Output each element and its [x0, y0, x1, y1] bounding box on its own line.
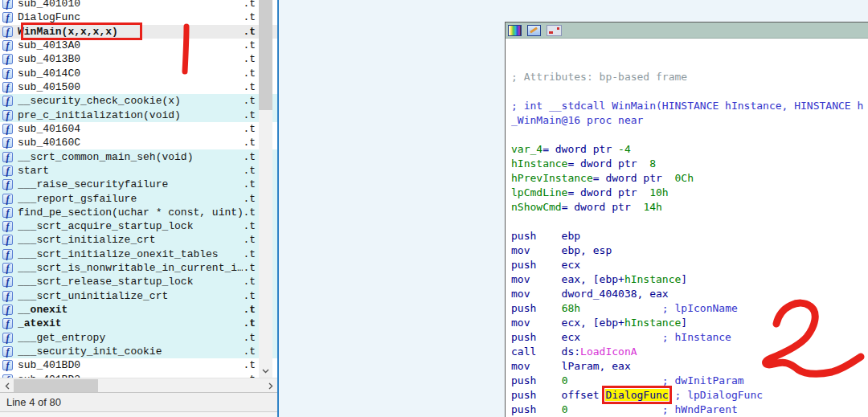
asm-token: hInstance [624, 273, 681, 285]
function-name: ___scrt_is_nonwritable_in_current_i… [18, 262, 243, 274]
edit-pencil-icon[interactable] [527, 25, 541, 36]
asm-line[interactable]: mov ecx, [ebp+hInstance] [511, 316, 868, 330]
function-segment: .t [243, 151, 256, 163]
function-name: _atexit [18, 317, 243, 329]
function-icon: f [2, 68, 13, 79]
function-list-item[interactable]: fsub_40160C.t [0, 136, 277, 149]
horizontal-scrollbar-thumb[interactable] [14, 379, 98, 392]
horizontal-scrollbar[interactable] [0, 378, 277, 392]
asm-token: nShowCmd [511, 201, 562, 213]
function-segment: .t [243, 39, 256, 51]
asm-line[interactable]: push 68h ; lpIconName [511, 301, 868, 316]
function-list-item[interactable]: fsub_401010.t [0, 0, 277, 10]
asm-token: mov lParam, eax [511, 360, 631, 372]
function-segment: .t [243, 206, 256, 219]
asm-token: _WinMain@16 proc near [511, 114, 643, 126]
function-segment: .t [243, 11, 256, 23]
function-icon: f [2, 305, 13, 315]
function-list-item[interactable]: fDialogFunc.t [0, 10, 277, 24]
function-list-item[interactable]: fsub_401604.t [0, 122, 277, 136]
function-list-item[interactable]: fstart.t [0, 164, 277, 178]
asm-line[interactable]: _WinMain@16 proc near [511, 113, 868, 128]
vertical-scrollbar-thumb[interactable] [259, 0, 272, 110]
scroll-left-arrow-icon[interactable] [0, 378, 14, 393]
function-list-item[interactable]: f___scrt_uninitialize_crt.t [0, 289, 277, 303]
asm-token: ; hInstance [662, 331, 731, 343]
function-list-item[interactable]: f___get_entropy.t [0, 331, 277, 345]
status-line-indicator: Line 4 of 80 [6, 396, 61, 408]
function-list-item[interactable]: f___scrt_initialize_crt.t [0, 233, 277, 247]
function-segment: .t [243, 290, 256, 302]
asm-token: lpCmdLine [511, 186, 567, 198]
asm-token: 10h [649, 186, 668, 198]
function-icon: f [2, 221, 13, 231]
function-list-item[interactable]: f__scrt_common_main_seh(void).t [0, 149, 277, 163]
function-name: pre_c_initialization(void) [18, 109, 243, 121]
asm-line[interactable]: hInstance= dword ptr 8 [511, 157, 868, 171]
function-list-item[interactable]: fpre_c_initialization(void).t [0, 108, 277, 122]
asm-line[interactable] [511, 215, 868, 229]
palette-icon[interactable] [508, 25, 522, 36]
asm-line[interactable]: push ecx [511, 258, 868, 272]
asm-line[interactable]: mov lParam, eax [511, 359, 868, 374]
asm-line[interactable]: push 0 ; hWndParent [511, 403, 868, 417]
asm-line[interactable] [511, 128, 868, 142]
function-list-item[interactable]: f___scrt_is_nonwritable_in_current_i….t [0, 261, 277, 275]
asm-token: = dword ptr [562, 201, 644, 213]
function-list-item[interactable]: f__onexit.t [0, 303, 277, 317]
function-list-item[interactable]: fsub_4014C0.t [0, 67, 277, 80]
function-segment: .t [243, 109, 256, 121]
asm-line[interactable]: ; int __stdcall WinMain(HINSTANCE hInsta… [511, 99, 868, 113]
asm-token [567, 374, 661, 386]
function-segment: .t [243, 220, 256, 232]
asm-token: mov eax, [ebp+ [511, 273, 624, 285]
asm-line[interactable] [511, 84, 868, 99]
asm-token: hPrevInstance [511, 172, 593, 184]
bottom-strip [0, 411, 277, 417]
asm-line[interactable]: call ds:LoadIconA [511, 345, 868, 359]
keyboard-icon[interactable] [547, 25, 562, 36]
panel-divider[interactable] [277, 0, 279, 417]
scroll-down-arrow-icon[interactable] [259, 364, 272, 378]
function-list-item[interactable]: f___security_init_cookie.t [0, 345, 277, 358]
function-list-item[interactable]: fsub_4013A0.t [0, 39, 277, 52]
function-name: find_pe_section(uchar * const, uint) [18, 206, 243, 219]
asm-line[interactable]: var_4= dword ptr -4 [511, 142, 868, 157]
function-segment: .t [243, 304, 256, 316]
function-segment: .t [243, 67, 256, 80]
function-list-item[interactable]: f___scrt_initialize_onexit_tables.t [0, 247, 277, 261]
function-icon: f [2, 276, 13, 287]
function-list-item[interactable]: f___scrt_release_startup_lock.t [0, 275, 277, 288]
asm-line[interactable]: mov eax, [ebp+hInstance] [511, 272, 868, 287]
asm-token: = dword ptr [567, 186, 649, 198]
asm-line[interactable]: push ecx ; hInstance [511, 330, 868, 345]
scroll-right-arrow-icon[interactable] [264, 378, 277, 393]
function-icon: f [2, 194, 13, 204]
function-name: ___raise_securityfailure [18, 178, 243, 190]
asm-line[interactable]: nShowCmd= dword ptr 14h [511, 200, 868, 215]
asm-line[interactable]: lpCmdLine= dword ptr 10h [511, 186, 868, 200]
function-list-item[interactable]: f__security_check_cookie(x).t [0, 94, 277, 108]
function-list-item[interactable]: f_atexit.t [0, 317, 277, 330]
function-list-item[interactable]: fWinMain(x,x,x,x).t [0, 25, 277, 39]
function-list-item[interactable]: f___report_gsfailure.t [0, 191, 277, 205]
asm-line[interactable]: push 0 ; dwInitParam [511, 374, 868, 388]
asm-line[interactable]: push offset DialogFunc ; lpDialogFunc [511, 388, 868, 403]
asm-token: ; Attributes: bp-based frame [511, 71, 687, 83]
asm-line[interactable]: mov dword_404038, eax [511, 287, 868, 301]
function-list-item[interactable]: f___scrt_acquire_startup_lock.t [0, 219, 277, 233]
functions-panel: fsub_401010.tfDialogFunc.tfWinMain(x,x,x… [0, 0, 277, 417]
asm-token: = dword ptr [542, 143, 618, 155]
asm-line[interactable]: ; Attributes: bp-based frame [511, 70, 868, 84]
function-list-item[interactable]: fsub_401BD0.t [0, 358, 277, 372]
function-icon: f [2, 12, 13, 22]
function-list-item[interactable]: ffind_pe_section(uchar * const, uint).t [0, 206, 277, 219]
function-list-item[interactable]: f___raise_securityfailure.t [0, 178, 277, 191]
asm-line[interactable]: push ebp [511, 229, 868, 243]
vertical-scrollbar[interactable] [259, 0, 272, 378]
asm-line[interactable]: mov ebp, esp [511, 243, 868, 258]
function-list-item[interactable]: fsub_401500.t [0, 80, 277, 94]
function-list-item[interactable]: fsub_4013B0.t [0, 52, 277, 66]
asm-line[interactable]: hPrevInstance= dword ptr 0Ch [511, 171, 868, 186]
disassembly-panel: ; Attributes: bp-based frame; int __stdc… [505, 22, 868, 417]
